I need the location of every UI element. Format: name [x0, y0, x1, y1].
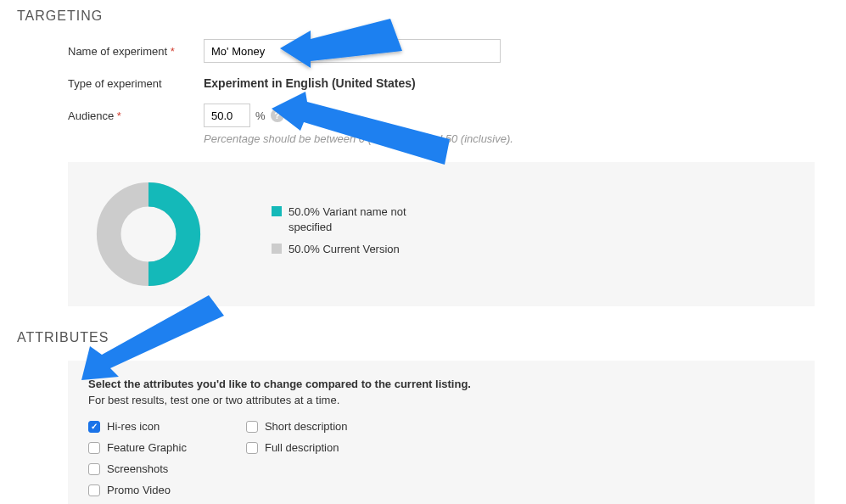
required-asterisk: *	[117, 109, 121, 122]
attr-item-hires-icon[interactable]: Hi-res icon	[88, 420, 187, 433]
audience-row: Audience * % ?	[68, 104, 829, 127]
attributes-section: ATTRIBUTES Select the attributes you'd l…	[17, 330, 829, 504]
attr-label: Promo Video	[107, 484, 171, 496]
percent-sign: %	[255, 109, 266, 122]
attributes-heading: Select the attributes you'd like to chan…	[88, 378, 794, 390]
audience-input[interactable]	[204, 104, 250, 127]
legend-swatch-teal	[272, 206, 282, 216]
checkbox-hires-icon[interactable]	[88, 421, 100, 433]
attr-label: Feature Graphic	[107, 441, 187, 454]
type-label: Type of experiment	[68, 77, 204, 90]
attr-label: Full description	[265, 441, 339, 454]
attr-label: Short description	[265, 420, 348, 433]
chart-legend: 50.0% Variant name not specified 50.0% C…	[272, 204, 407, 265]
audience-label-text: Audience	[68, 109, 114, 122]
type-row: Type of experiment Experiment in English…	[68, 76, 829, 90]
help-icon[interactable]: ?	[271, 109, 284, 122]
legend-item-variant: 50.0% Variant name not specified	[272, 204, 407, 235]
checkbox-short-desc[interactable]	[246, 421, 258, 433]
attributes-subheading: For best results, test one or two attrib…	[88, 394, 794, 406]
name-row: Name of experiment *	[68, 39, 829, 63]
name-label-text: Name of experiment	[68, 45, 167, 58]
legend-swatch-grey	[272, 244, 282, 254]
checkbox-feature-graphic[interactable]	[88, 442, 100, 454]
attr-item-full-desc[interactable]: Full description	[246, 441, 348, 454]
attributes-columns: Hi-res icon Feature Graphic Screenshots …	[88, 420, 794, 496]
checkbox-full-desc[interactable]	[246, 442, 258, 454]
targeting-section: TARGETING Name of experiment * Type of e…	[17, 8, 829, 306]
legend-item-current: 50.0% Current Version	[272, 242, 407, 257]
audience-label: Audience *	[68, 109, 204, 122]
donut-chart	[93, 179, 204, 289]
required-asterisk: *	[171, 45, 175, 58]
name-label: Name of experiment *	[68, 45, 204, 58]
legend-label-current: 50.0% Current Version	[289, 242, 407, 257]
targeting-fields: Name of experiment * Type of experiment …	[68, 39, 829, 145]
legend-label-variant: 50.0% Variant name not specified	[289, 204, 407, 235]
name-input[interactable]	[204, 39, 501, 63]
attr-item-short-desc[interactable]: Short description	[246, 420, 348, 433]
attr-label: Hi-res icon	[107, 420, 160, 433]
attributes-column-2: Short description Full description	[246, 420, 348, 496]
type-value: Experiment in English (United States)	[204, 76, 416, 90]
checkbox-screenshots[interactable]	[88, 463, 100, 475]
checkbox-promo-video[interactable]	[88, 484, 100, 496]
chart-panel: 50.0% Variant name not specified 50.0% C…	[68, 162, 815, 306]
attr-item-screenshots[interactable]: Screenshots	[88, 462, 187, 475]
attr-item-promo-video[interactable]: Promo Video	[88, 484, 187, 496]
audience-hint: Percentage should be between 0 (exclusiv…	[204, 132, 829, 145]
attributes-panel: Select the attributes you'd like to chan…	[68, 361, 815, 504]
targeting-title: TARGETING	[17, 8, 829, 24]
attr-label: Screenshots	[107, 462, 168, 475]
attributes-column-1: Hi-res icon Feature Graphic Screenshots …	[88, 420, 187, 496]
attributes-title: ATTRIBUTES	[17, 330, 829, 345]
attr-item-feature-graphic[interactable]: Feature Graphic	[88, 441, 187, 454]
